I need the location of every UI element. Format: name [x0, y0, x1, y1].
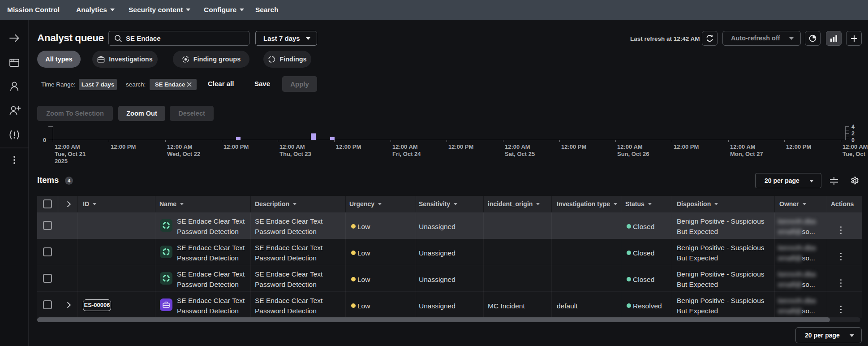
svg-text:12:00 PM: 12:00 PM — [223, 143, 249, 150]
svg-text:Tue, Oct 21: Tue, Oct 21 — [55, 151, 86, 157]
svg-text:12:00 AM: 12:00 AM — [617, 143, 643, 150]
svg-text:12:00 PM: 12:00 PM — [336, 143, 361, 150]
svg-text:Thu, Oct 23: Thu, Oct 23 — [279, 151, 311, 157]
svg-text:12:00 AM: 12:00 AM — [55, 143, 80, 150]
svg-text:12:00 PM: 12:00 PM — [448, 143, 473, 150]
svg-text:12:00 PM: 12:00 PM — [111, 143, 136, 150]
svg-text:12:00 PM: 12:00 PM — [561, 143, 586, 150]
svg-text:12:00 AM: 12:00 AM — [167, 143, 193, 150]
svg-text:2025: 2025 — [55, 158, 68, 164]
svg-text:Sun, Oct 26: Sun, Oct 26 — [617, 151, 649, 157]
svg-text:12:00 PM: 12:00 PM — [674, 143, 699, 150]
svg-text:12:00 AM: 12:00 AM — [279, 143, 305, 150]
svg-text:2: 2 — [851, 130, 855, 137]
svg-text:12:00 AM: 12:00 AM — [505, 143, 530, 150]
svg-text:4: 4 — [851, 124, 855, 130]
svg-text:Tue, Oct: Tue, Oct — [842, 151, 866, 157]
svg-text:0: 0 — [851, 137, 855, 143]
svg-text:12:00 AM: 12:00 AM — [730, 143, 756, 150]
svg-text:0: 0 — [43, 137, 46, 143]
svg-text:Sat, Oct 25: Sat, Oct 25 — [505, 151, 535, 157]
svg-text:12:00 PM: 12:00 PM — [786, 143, 811, 150]
svg-text:12:00 AM: 12:00 AM — [392, 143, 418, 150]
svg-text:12:00 AM: 12:00 AM — [842, 143, 868, 150]
svg-text:Mon, Oct 27: Mon, Oct 27 — [730, 151, 763, 157]
svg-text:Fri, Oct 24: Fri, Oct 24 — [392, 151, 421, 157]
svg-text:Wed, Oct 22: Wed, Oct 22 — [167, 151, 200, 157]
